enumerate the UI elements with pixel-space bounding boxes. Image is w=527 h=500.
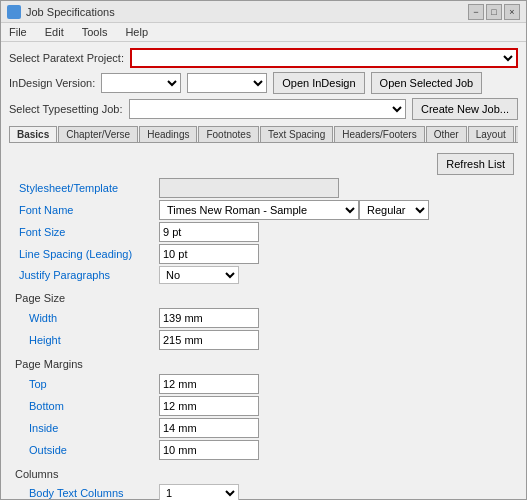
- paratext-project-label: Select Paratext Project:: [9, 52, 124, 64]
- indesign-version-label: InDesign Version:: [9, 77, 95, 89]
- columns-header-row: Columns: [9, 461, 518, 483]
- font-size-input[interactable]: 9 pt: [159, 222, 259, 242]
- line-spacing-label: Line Spacing (Leading): [9, 248, 159, 260]
- page-size-header-row: Page Size: [9, 285, 518, 307]
- tab-headings[interactable]: Headings: [139, 126, 197, 142]
- title-bar-left: Job Specifications: [7, 5, 115, 19]
- font-name-row: Font Name Times New Roman - Sample Regul…: [9, 199, 518, 221]
- open-selected-job-button[interactable]: Open Selected Job: [371, 72, 483, 94]
- justify-label: Justify Paragraphs: [9, 269, 159, 281]
- tab-layout[interactable]: Layout: [468, 126, 514, 142]
- font-size-row: Font Size 9 pt: [9, 221, 518, 243]
- typesetting-job-row: Select Typesetting Job: Create New Job..…: [9, 98, 518, 120]
- body-text-columns-row: Body Text Columns 1 2: [9, 483, 518, 500]
- justify-row: Justify Paragraphs No Yes: [9, 265, 518, 285]
- main-window: Job Specifications − □ × File Edit Tools…: [0, 0, 527, 500]
- window-title: Job Specifications: [26, 6, 115, 18]
- tab-headers-footers[interactable]: Headers/Footers: [334, 126, 424, 142]
- stylesheet-input[interactable]: [159, 178, 339, 198]
- page-margins-header: Page Margins: [9, 358, 83, 370]
- inside-input[interactable]: 14 mm: [159, 418, 259, 438]
- stylesheet-label: Stylesheet/Template: [9, 182, 159, 194]
- tab-basics[interactable]: Basics: [9, 126, 57, 142]
- maximize-button[interactable]: □: [486, 4, 502, 20]
- close-button[interactable]: ×: [504, 4, 520, 20]
- tab-text-spacing[interactable]: Text Spacing: [260, 126, 333, 142]
- width-row: Width 139 mm: [9, 307, 518, 329]
- top-row: Top 12 mm: [9, 373, 518, 395]
- tab-other[interactable]: Other: [426, 126, 467, 142]
- stylesheet-row: Stylesheet/Template: [9, 177, 518, 199]
- refresh-list-button[interactable]: Refresh List: [437, 153, 514, 175]
- page-size-header: Page Size: [9, 292, 65, 304]
- body-text-columns-label: Body Text Columns: [9, 487, 159, 499]
- outside-label: Outside: [9, 444, 159, 456]
- minimize-button[interactable]: −: [468, 4, 484, 20]
- tabs-row: Basics Chapter/Verse Headings Footnotes …: [9, 126, 518, 143]
- create-new-job-button[interactable]: Create New Job...: [412, 98, 518, 120]
- content-area: Select Paratext Project: InDesign Versio…: [1, 42, 526, 500]
- width-input[interactable]: 139 mm: [159, 308, 259, 328]
- tab-content-basics: Refresh List Stylesheet/Template Font Na…: [9, 147, 518, 500]
- font-size-label: Font Size: [9, 226, 159, 238]
- tab-chapter-verse[interactable]: Chapter/Verse: [58, 126, 138, 142]
- top-input[interactable]: 12 mm: [159, 374, 259, 394]
- app-icon: [7, 5, 21, 19]
- typesetting-job-label: Select Typesetting Job:: [9, 103, 123, 115]
- outside-input[interactable]: 10 mm: [159, 440, 259, 460]
- line-spacing-row: Line Spacing (Leading) 10 pt: [9, 243, 518, 265]
- body-text-columns-select[interactable]: 1 2: [159, 484, 239, 500]
- typesetting-job-select[interactable]: [129, 99, 406, 119]
- outside-row: Outside 10 mm: [9, 439, 518, 461]
- height-row: Height 215 mm: [9, 329, 518, 351]
- height-input[interactable]: 215 mm: [159, 330, 259, 350]
- font-name-select[interactable]: Times New Roman - Sample: [159, 200, 359, 220]
- font-name-label: Font Name: [9, 204, 159, 216]
- menu-tools[interactable]: Tools: [78, 25, 112, 39]
- bottom-input[interactable]: 12 mm: [159, 396, 259, 416]
- inside-row: Inside 14 mm: [9, 417, 518, 439]
- width-label: Width: [9, 312, 159, 324]
- menu-file[interactable]: File: [5, 25, 31, 39]
- indesign-version-select1[interactable]: [101, 73, 181, 93]
- page-margins-header-row: Page Margins: [9, 351, 518, 373]
- menu-help[interactable]: Help: [121, 25, 152, 39]
- justify-select[interactable]: No Yes: [159, 266, 239, 284]
- font-style-select[interactable]: Regular: [359, 200, 429, 220]
- title-bar: Job Specifications − □ ×: [1, 1, 526, 23]
- top-label: Top: [9, 378, 159, 390]
- tab-footnotes[interactable]: Footnotes: [198, 126, 258, 142]
- columns-header: Columns: [9, 468, 58, 480]
- tab-custom-layout[interactable]: Custom Layout: [515, 126, 518, 142]
- inside-label: Inside: [9, 422, 159, 434]
- height-label: Height: [9, 334, 159, 346]
- title-controls: − □ ×: [468, 4, 520, 20]
- menu-edit[interactable]: Edit: [41, 25, 68, 39]
- paratext-project-select[interactable]: [130, 48, 518, 68]
- open-indesign-button[interactable]: Open InDesign: [273, 72, 364, 94]
- menu-bar: File Edit Tools Help: [1, 23, 526, 42]
- bottom-row: Bottom 12 mm: [9, 395, 518, 417]
- indesign-version-select2[interactable]: [187, 73, 267, 93]
- indesign-version-row: InDesign Version: Open InDesign Open Sel…: [9, 72, 518, 94]
- bottom-label: Bottom: [9, 400, 159, 412]
- line-spacing-input[interactable]: 10 pt: [159, 244, 259, 264]
- paratext-project-row: Select Paratext Project:: [9, 48, 518, 68]
